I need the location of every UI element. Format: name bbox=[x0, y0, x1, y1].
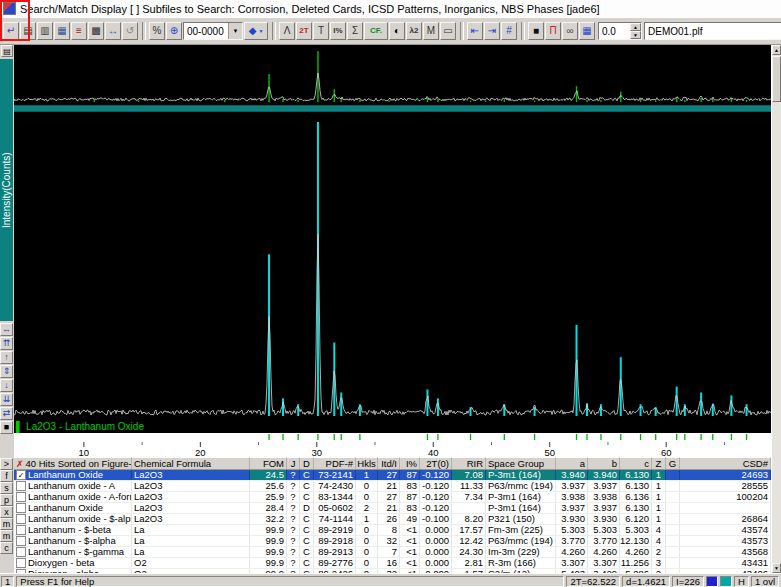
row-checkbox[interactable] bbox=[16, 492, 26, 502]
column-header[interactable]: Hkls bbox=[356, 457, 378, 469]
intensity-scale-icon[interactable]: I% bbox=[330, 22, 346, 40]
column-header[interactable]: FOM bbox=[250, 457, 287, 469]
offset-spinner[interactable]: 0.0▲▼ bbox=[598, 22, 642, 40]
marker-pen-icon[interactable]: ◆▼ bbox=[244, 22, 268, 40]
row-checkbox[interactable] bbox=[16, 514, 26, 524]
clear-hits-icon[interactable]: ✗ bbox=[16, 459, 24, 469]
plot-divider[interactable] bbox=[14, 105, 771, 112]
cut-overlay-icon[interactable]: % bbox=[149, 22, 165, 40]
row-checkbox[interactable] bbox=[16, 547, 26, 557]
row-tool-button-6[interactable]: m bbox=[0, 530, 13, 542]
vertical-scrollbar[interactable]: ▲ ▼ bbox=[771, 45, 781, 573]
row-tool-button-7[interactable]: c bbox=[0, 542, 13, 554]
table-row[interactable]: Lanthanum - $-alphaLa99.9?C89-2918032<10… bbox=[14, 536, 771, 547]
column-header[interactable]: 2T(0) bbox=[420, 457, 452, 469]
apply-return-icon[interactable]: ↵ bbox=[3, 22, 19, 40]
cell-text: <1 bbox=[406, 547, 417, 557]
zoom-reset-icon[interactable]: ⇕ bbox=[0, 365, 13, 378]
plf-file-input[interactable] bbox=[644, 22, 781, 40]
scroll-down-arrow-icon[interactable]: ▼ bbox=[772, 563, 781, 573]
row-checkbox[interactable] bbox=[16, 481, 26, 491]
index-lines-icon[interactable]: # bbox=[501, 22, 517, 40]
expand-axes-icon[interactable]: ↔ bbox=[105, 22, 121, 40]
row-checkbox[interactable] bbox=[16, 558, 26, 568]
pan-horizontal-icon[interactable]: ↔ bbox=[0, 323, 13, 336]
row-checkbox[interactable]: ✓ bbox=[16, 470, 26, 480]
scroll-down-icon[interactable]: ↓ bbox=[0, 379, 13, 392]
row-tool-button-5[interactable]: m bbox=[0, 518, 13, 530]
row-checkbox[interactable] bbox=[16, 536, 26, 546]
column-header[interactable]: Chemical Formula bbox=[132, 457, 250, 469]
goto-next-line-icon[interactable]: ⇥ bbox=[484, 22, 500, 40]
print-icon[interactable]: ▤ bbox=[20, 22, 36, 40]
row-tool-button-2[interactable]: s bbox=[0, 482, 13, 494]
zoom-y-in-icon[interactable]: ⇈ bbox=[0, 337, 13, 350]
column-header[interactable]: Z bbox=[652, 457, 666, 469]
spinner-down-icon[interactable]: ▼ bbox=[630, 31, 641, 39]
overlay-grid-icon[interactable]: ▦ bbox=[579, 22, 595, 40]
spinner-up-icon[interactable]: ▲ bbox=[630, 23, 641, 31]
table-row[interactable]: Dioxygen - betaO299.9?C89-2776016<10.000… bbox=[14, 558, 771, 569]
overlay-main-icon[interactable]: ■ bbox=[528, 22, 544, 40]
column-header[interactable]: Itd/I bbox=[378, 457, 400, 469]
column-header[interactable]: Space Group bbox=[486, 457, 556, 469]
table-row[interactable]: Lanthanum - $-gammaLa99.9?C89-291307<10.… bbox=[14, 547, 771, 558]
scrollbar-thumb[interactable] bbox=[772, 56, 781, 102]
chevron-down-icon[interactable]: ▼ bbox=[258, 29, 263, 34]
row-checkbox[interactable] bbox=[16, 525, 26, 535]
overlay-rings-icon[interactable]: ∞ bbox=[562, 22, 578, 40]
table-view-icon[interactable]: ≡ bbox=[71, 22, 87, 40]
pattern-color-chip[interactable] bbox=[706, 576, 718, 587]
report-icon[interactable]: ▥ bbox=[37, 22, 53, 40]
column-header[interactable]: ✗40 Hits Sorted on Figure-Of-M... bbox=[14, 457, 132, 469]
hkl-toggle[interactable]: H bbox=[734, 576, 749, 587]
pdf-number-combo[interactable]: 00-0000▼ bbox=[183, 22, 243, 40]
overlay-peaks-icon[interactable]: Π bbox=[545, 22, 561, 40]
row-tool-button-3[interactable]: p bbox=[0, 494, 13, 506]
row-tool-button-4[interactable]: x bbox=[0, 506, 13, 518]
table-row[interactable]: Lanthanum oxide - ALa2O325.6?C74-2430021… bbox=[14, 481, 771, 492]
column-header[interactable]: G bbox=[666, 457, 680, 469]
column-header[interactable]: c bbox=[620, 457, 652, 469]
column-header[interactable]: RIR bbox=[452, 457, 486, 469]
overview-plot[interactable] bbox=[14, 45, 771, 105]
overlay-color-chip[interactable] bbox=[720, 576, 732, 587]
curve-fit-button[interactable]: CF. bbox=[364, 22, 388, 40]
scroll-up-arrow-icon[interactable]: ▲ bbox=[772, 45, 781, 55]
axis-options-icon[interactable]: ▤ bbox=[1, 45, 13, 57]
column-header[interactable]: D bbox=[300, 457, 314, 469]
two-theta-icon[interactable]: 2T bbox=[296, 22, 312, 40]
pan-x-icon[interactable]: ⇄ bbox=[0, 407, 13, 420]
smooth-icon[interactable]: Σ bbox=[347, 22, 363, 40]
lambda2-strip-icon[interactable]: λ2 bbox=[406, 22, 422, 40]
export-icon[interactable]: ▦ bbox=[54, 22, 70, 40]
goto-first-line-icon[interactable]: ⇤ bbox=[467, 22, 483, 40]
find-peaks-icon[interactable]: M bbox=[423, 22, 439, 40]
row-tool-button-0[interactable]: > bbox=[0, 458, 13, 470]
column-header[interactable]: b bbox=[588, 457, 620, 469]
row-checkbox[interactable] bbox=[16, 503, 26, 513]
table-row[interactable]: Lanthanum - $-betaLa99.9?C89-291908<10.0… bbox=[14, 525, 771, 536]
chevron-down-icon[interactable]: ▼ bbox=[228, 23, 242, 39]
scroll-up-icon[interactable]: ↑ bbox=[0, 351, 13, 364]
column-header[interactable]: J bbox=[287, 457, 300, 469]
contrast-icon[interactable]: ◐ bbox=[389, 22, 405, 40]
table-row[interactable]: Lanthanum oxide - $-alphaLa2O332.2?C74-1… bbox=[14, 514, 771, 525]
zoom-y-out-icon[interactable]: ⇊ bbox=[0, 393, 13, 406]
grid-icon[interactable]: ▩ bbox=[88, 22, 104, 40]
stop-icon[interactable]: ■ bbox=[0, 421, 13, 434]
column-header[interactable]: CSD# bbox=[680, 457, 771, 469]
table-row[interactable]: Lanthanum oxide - A-form, HTLa2O325.9?C8… bbox=[14, 492, 771, 503]
zoom-frame-icon[interactable]: ▭ bbox=[440, 22, 456, 40]
theta-convert-icon[interactable]: T bbox=[313, 22, 329, 40]
refresh-icon[interactable]: ↺ bbox=[122, 22, 138, 40]
main-plot[interactable] bbox=[14, 112, 771, 420]
column-header[interactable]: PDF-# bbox=[314, 457, 356, 469]
column-header[interactable]: a bbox=[556, 457, 588, 469]
web-retrieve-icon[interactable]: ⊕ bbox=[166, 22, 182, 40]
row-tool-button-1[interactable]: f bbox=[0, 470, 13, 482]
table-row[interactable]: Lanthanum OxideLa2O328.4?D05-060222183-0… bbox=[14, 503, 771, 514]
table-row[interactable]: ✓Lanthanum OxideLa2O324.5?C73-214112787-… bbox=[14, 470, 771, 481]
column-header[interactable]: I% bbox=[400, 457, 420, 469]
profile-fit-icon[interactable]: Λ bbox=[279, 22, 295, 40]
